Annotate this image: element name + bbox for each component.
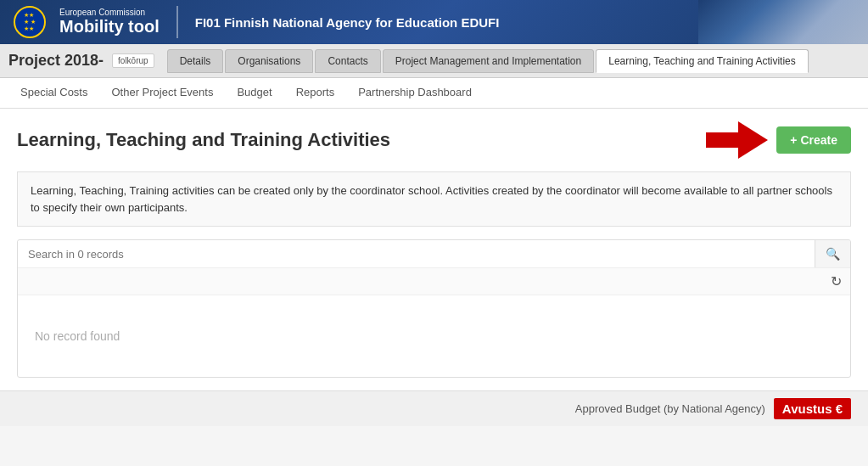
- create-area: + Create: [706, 121, 851, 159]
- tab-details[interactable]: Details: [167, 49, 224, 73]
- red-arrow: [706, 121, 768, 159]
- agency-title: FI01 Finnish National Agency for Educati…: [195, 15, 500, 30]
- arrow-body: [706, 132, 740, 148]
- search-input[interactable]: [18, 241, 815, 267]
- header-decoration: [698, 0, 868, 44]
- search-area: 🔍 ↻ No record found: [17, 239, 851, 378]
- brand-bottom-label: Mobility tool: [59, 17, 160, 36]
- page-title: Learning, Teaching and Training Activiti…: [17, 129, 390, 151]
- tab-organisations[interactable]: Organisations: [225, 49, 313, 73]
- sub-nav: Special Costs Other Project Events Budge…: [0, 78, 868, 109]
- page-header: Learning, Teaching and Training Activiti…: [17, 121, 851, 159]
- info-box: Learning, Teaching, Training activities …: [17, 171, 851, 227]
- main-content: Learning, Teaching and Training Activiti…: [0, 109, 868, 390]
- refresh-button[interactable]: ↻: [831, 273, 842, 289]
- brand-top-label: European Commission: [59, 8, 160, 17]
- info-text: Learning, Teaching, Training activities …: [31, 184, 832, 214]
- tab-ltta[interactable]: Learning, Teaching and Training Activiti…: [596, 49, 809, 73]
- tab-project-management[interactable]: Project Management and Implementation: [383, 49, 594, 73]
- project-title: Project 2018-: [8, 52, 104, 70]
- sub-tab-other-project-events[interactable]: Other Project Events: [99, 81, 225, 105]
- header: ★★★ ★★★ European Commission Mobility too…: [0, 0, 868, 44]
- tab-contacts[interactable]: Contacts: [315, 49, 380, 73]
- main-nav: Project 2018- folkŏrup Details Organisat…: [0, 44, 868, 78]
- eu-logo: ★★★ ★★★: [8, 5, 51, 39]
- org-badge: folkŏrup: [112, 53, 154, 68]
- search-row: 🔍: [18, 240, 850, 268]
- avustus-badge: Avustus €: [774, 398, 851, 419]
- create-button[interactable]: + Create: [776, 126, 851, 154]
- search-button[interactable]: 🔍: [815, 240, 850, 267]
- brand-area: European Commission Mobility tool: [59, 8, 160, 36]
- sub-tab-reports[interactable]: Reports: [284, 81, 347, 105]
- refresh-row: ↻: [18, 268, 850, 295]
- main-nav-tabs: Details Organisations Contacts Project M…: [167, 49, 860, 73]
- footer: Approved Budget (by National Agency) Avu…: [0, 390, 868, 426]
- sub-tab-special-costs[interactable]: Special Costs: [8, 81, 99, 105]
- no-record-message: No record found: [18, 295, 850, 377]
- sub-tab-partnership-dashboard[interactable]: Partnership Dashboard: [346, 81, 484, 105]
- sub-tab-budget[interactable]: Budget: [225, 81, 283, 105]
- arrow-head: [738, 121, 768, 159]
- approved-budget-label: Approved Budget (by National Agency): [575, 402, 765, 415]
